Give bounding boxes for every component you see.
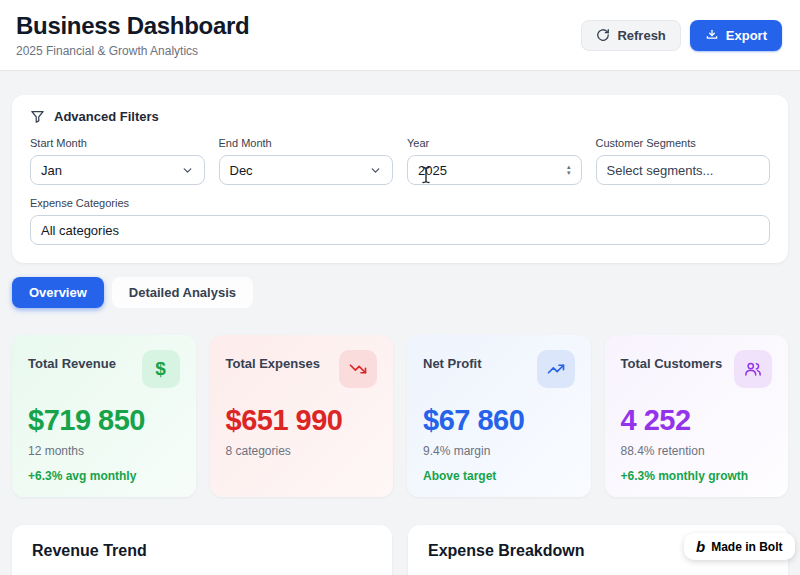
year-group: Year 2025 ▴▾	[407, 137, 582, 185]
dollar-icon: $	[142, 350, 180, 388]
refresh-icon	[596, 28, 610, 42]
end-month-label: End Month	[219, 137, 394, 149]
total-revenue-growth: +6.3% avg monthly	[28, 469, 180, 483]
header-actions: Refresh Export	[581, 20, 782, 51]
header: Business Dashboard 2025 Financial & Grow…	[0, 0, 800, 71]
expense-categories-label: Expense Categories	[30, 197, 770, 209]
total-expenses-value: $651 990	[226, 404, 378, 437]
tab-overview[interactable]: Overview	[12, 277, 104, 308]
filter-funnel-icon	[30, 109, 45, 124]
segments-label: Customer Segments	[596, 137, 771, 149]
start-month-select[interactable]: Jan	[30, 155, 205, 185]
end-month-select[interactable]: Dec	[219, 155, 394, 185]
net-profit-label: Net Profit	[423, 350, 482, 371]
export-button[interactable]: Export	[690, 20, 782, 51]
expense-categories-value: All categories	[41, 223, 119, 238]
total-expenses-card: Total Expenses $651 990 8 categories	[210, 335, 394, 497]
stat-cards: Total Revenue $ $719 850 12 months +6.3%…	[12, 335, 788, 497]
stat-card-top: Total Revenue $	[28, 350, 180, 388]
segments-placeholder: Select segments...	[607, 163, 714, 178]
start-month-value: Jan	[41, 163, 62, 178]
view-tabs: Overview Detailed Analysis	[12, 277, 788, 308]
main-content: Advanced Filters Start Month Jan End Mon…	[0, 95, 800, 575]
chevron-down-icon	[369, 164, 382, 177]
page-subtitle: 2025 Financial & Growth Analytics	[16, 44, 249, 58]
trending-down-icon	[339, 350, 377, 388]
filters-grid: Start Month Jan End Month Dec Year	[30, 137, 770, 185]
total-revenue-sub: 12 months	[28, 444, 180, 458]
net-profit-sub: 9.4% margin	[423, 444, 575, 458]
year-label: Year	[407, 137, 582, 149]
total-revenue-card: Total Revenue $ $719 850 12 months +6.3%…	[12, 335, 196, 497]
bolt-logo-icon: b	[696, 539, 705, 554]
revenue-trend-card: Revenue Trend $75 600	[12, 525, 392, 575]
refresh-button-label: Refresh	[617, 28, 665, 43]
users-icon	[734, 350, 772, 388]
total-revenue-value: $719 850	[28, 404, 180, 437]
segments-input[interactable]: Select segments...	[596, 155, 771, 185]
trending-up-icon	[537, 350, 575, 388]
download-icon	[705, 28, 719, 42]
charts-row: Revenue Trend $75 600 Expense Breakdown …	[12, 525, 788, 575]
start-month-label: Start Month	[30, 137, 205, 149]
end-month-group: End Month Dec	[219, 137, 394, 185]
expense-categories-input[interactable]: All categories	[30, 215, 770, 245]
revenue-trend-title: Revenue Trend	[32, 542, 372, 560]
year-input[interactable]: 2025 ▴▾	[407, 155, 582, 185]
advanced-filters-panel: Advanced Filters Start Month Jan End Mon…	[12, 95, 788, 263]
total-customers-growth: +6.3% monthly growth	[621, 469, 773, 483]
refresh-button[interactable]: Refresh	[581, 20, 680, 51]
made-in-bolt-label: Made in Bolt	[711, 540, 782, 554]
filters-header: Advanced Filters	[30, 109, 770, 124]
tab-detailed-analysis[interactable]: Detailed Analysis	[112, 277, 253, 308]
number-stepper-icon[interactable]: ▴▾	[567, 164, 571, 176]
stat-card-top: Net Profit	[423, 350, 575, 388]
end-month-value: Dec	[230, 163, 253, 178]
chevron-down-icon	[181, 164, 194, 177]
dollar-glyph: $	[155, 358, 166, 380]
stat-card-top: Total Customers	[621, 350, 773, 388]
year-value: 2025	[418, 163, 447, 178]
dashboard-page: Business Dashboard 2025 Financial & Grow…	[0, 0, 800, 575]
made-in-bolt-badge[interactable]: b Made in Bolt	[684, 533, 795, 560]
header-titles: Business Dashboard 2025 Financial & Grow…	[16, 12, 249, 58]
total-expenses-sub: 8 categories	[226, 444, 378, 458]
total-customers-label: Total Customers	[621, 350, 723, 371]
segments-group: Customer Segments Select segments...	[596, 137, 771, 185]
net-profit-growth: Above target	[423, 469, 575, 483]
total-revenue-label: Total Revenue	[28, 350, 116, 371]
stat-card-top: Total Expenses	[226, 350, 378, 388]
export-button-label: Export	[726, 28, 767, 43]
page-title: Business Dashboard	[16, 12, 249, 40]
net-profit-value: $67 860	[423, 404, 575, 437]
total-customers-value: 4 252	[621, 404, 773, 437]
total-expenses-growth	[226, 469, 378, 483]
total-customers-sub: 88.4% retention	[621, 444, 773, 458]
total-customers-card: Total Customers 4 252 88.4% retention +6…	[605, 335, 789, 497]
filters-title: Advanced Filters	[54, 109, 159, 124]
start-month-group: Start Month Jan	[30, 137, 205, 185]
net-profit-card: Net Profit $67 860 9.4% margin Above tar…	[407, 335, 591, 497]
total-expenses-label: Total Expenses	[226, 350, 320, 371]
expense-categories-group: Expense Categories All categories	[30, 197, 770, 245]
